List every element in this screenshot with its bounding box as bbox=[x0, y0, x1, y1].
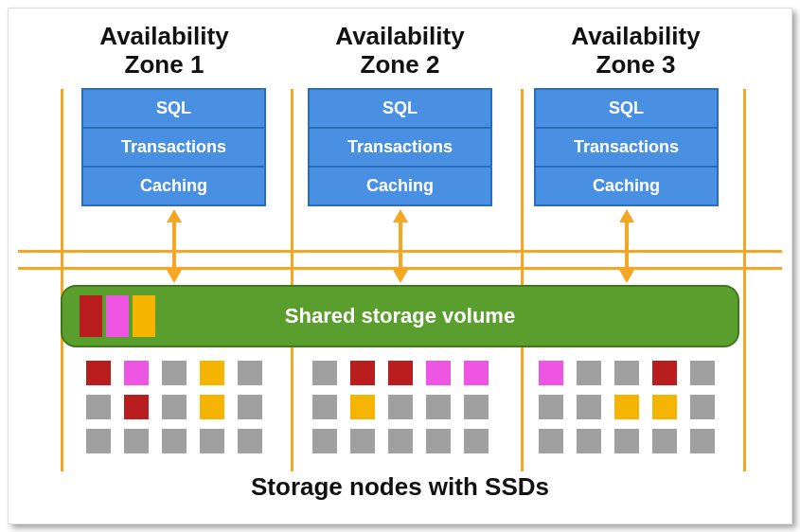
storage-node bbox=[577, 395, 601, 419]
storage-node bbox=[312, 395, 337, 419]
storage-node bbox=[426, 429, 451, 453]
storage-node bbox=[200, 395, 224, 419]
node-group-zone-2 bbox=[312, 361, 489, 453]
db-layer-transactions: Transactions bbox=[536, 129, 717, 168]
storage-node bbox=[86, 395, 111, 419]
storage-node bbox=[162, 395, 187, 419]
storage-nodes-area bbox=[9, 361, 791, 453]
storage-node bbox=[690, 429, 715, 453]
arrows-row bbox=[9, 209, 791, 283]
storage-node bbox=[238, 361, 262, 385]
arrow-zone-2 bbox=[308, 209, 492, 283]
db-layer-transactions: Transactions bbox=[83, 129, 264, 168]
node-group-zone-1 bbox=[86, 361, 262, 453]
storage-node bbox=[200, 429, 224, 453]
storage-node bbox=[464, 429, 489, 453]
zone-title-2: AvailabilityZone 2 bbox=[296, 23, 505, 80]
storage-node bbox=[388, 361, 413, 385]
svg-marker-1 bbox=[393, 209, 408, 283]
arrow-zone-3 bbox=[534, 209, 719, 283]
db-layer-sql: SQL bbox=[310, 90, 490, 129]
database-boxes-row: SQL Transactions Caching SQL Transaction… bbox=[9, 88, 791, 206]
storage-node bbox=[124, 361, 149, 385]
db-box-zone-3: SQL Transactions Caching bbox=[534, 88, 719, 206]
db-layer-caching: Caching bbox=[310, 168, 490, 204]
storage-node bbox=[312, 429, 337, 453]
zone-title-1: AvailabilityZone 1 bbox=[61, 23, 269, 80]
storage-node bbox=[86, 429, 111, 453]
storage-node bbox=[652, 361, 677, 385]
storage-node bbox=[690, 395, 715, 419]
storage-node bbox=[388, 429, 413, 453]
storage-node bbox=[652, 429, 677, 453]
storage-node bbox=[539, 395, 563, 419]
storage-node bbox=[162, 429, 187, 453]
svg-marker-0 bbox=[167, 209, 182, 283]
arrow-zone-1 bbox=[81, 209, 266, 283]
storage-node bbox=[86, 361, 111, 385]
db-box-zone-2: SQL Transactions Caching bbox=[308, 88, 492, 206]
diagram-frame: AvailabilityZone 1 AvailabilityZone 2 Av… bbox=[8, 8, 792, 524]
storage-node bbox=[539, 429, 563, 453]
storage-node bbox=[238, 395, 262, 419]
storage-node bbox=[388, 395, 413, 419]
db-layer-caching: Caching bbox=[536, 168, 717, 204]
db-layer-sql: SQL bbox=[536, 90, 717, 129]
storage-node bbox=[690, 361, 715, 385]
footer-label: Storage nodes with SSDs bbox=[9, 472, 791, 502]
storage-node bbox=[614, 395, 639, 419]
storage-node bbox=[200, 361, 224, 385]
storage-node bbox=[350, 395, 375, 419]
double-arrow-icon bbox=[165, 209, 184, 283]
storage-node bbox=[124, 429, 149, 453]
storage-node bbox=[652, 395, 677, 419]
storage-node bbox=[464, 395, 489, 419]
storage-node bbox=[539, 361, 563, 385]
storage-node bbox=[350, 429, 375, 453]
db-layer-caching: Caching bbox=[83, 168, 264, 204]
storage-node bbox=[426, 395, 451, 419]
storage-node bbox=[577, 361, 601, 385]
storage-node bbox=[238, 429, 262, 453]
shared-storage-volume: Shared storage volume bbox=[61, 285, 739, 347]
storage-node bbox=[124, 395, 149, 419]
storage-node bbox=[162, 361, 187, 385]
storage-node bbox=[312, 361, 337, 385]
double-arrow-icon bbox=[391, 209, 410, 283]
storage-node bbox=[464, 361, 489, 385]
db-box-zone-1: SQL Transactions Caching bbox=[81, 88, 266, 206]
storage-node bbox=[426, 361, 451, 385]
storage-node bbox=[614, 429, 639, 453]
double-arrow-icon bbox=[617, 209, 636, 283]
storage-node bbox=[350, 361, 375, 385]
db-layer-transactions: Transactions bbox=[310, 129, 490, 168]
storage-node bbox=[614, 361, 639, 385]
db-layer-sql: SQL bbox=[83, 90, 264, 129]
zone-titles-row: AvailabilityZone 1 AvailabilityZone 2 Av… bbox=[9, 9, 791, 84]
svg-marker-2 bbox=[619, 209, 634, 283]
volume-label: Shared storage volume bbox=[62, 304, 738, 328]
storage-node bbox=[577, 429, 601, 453]
zone-title-3: AvailabilityZone 3 bbox=[532, 23, 740, 80]
node-group-zone-3 bbox=[539, 361, 715, 453]
